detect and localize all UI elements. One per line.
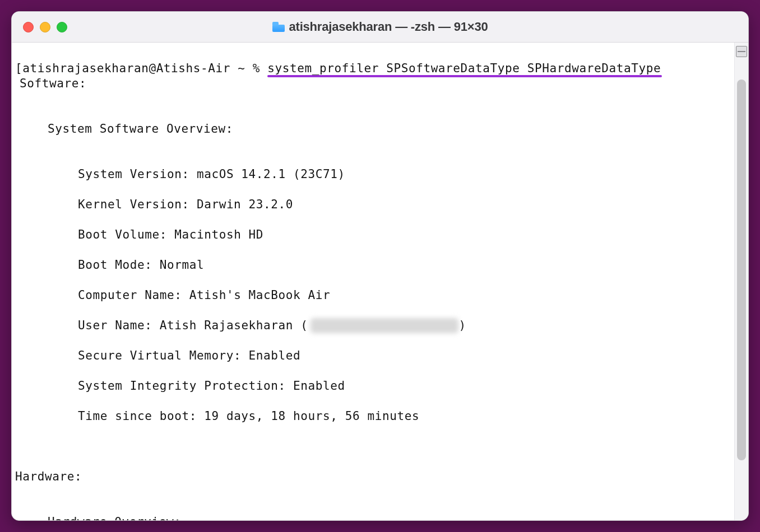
minimize-icon[interactable] [40,22,50,32]
terminal-output[interactable]: [atishrajasekharan@Atishs-Air ~ % system… [12,43,734,520]
window-controls [23,22,67,32]
terminal-window: atishrajasekharan — -zsh — 91×30 [atishr… [11,11,749,521]
kv-boot-volume: Boot Volume: Macintosh HD [15,227,734,242]
prompt: atishrajasekharan@Atishs-Air ~ % [22,62,260,75]
prompt-bracket: [ [15,62,22,75]
titlebar: atishrajasekharan — -zsh — 91×30 [12,12,748,43]
kv-uptime: Time since boot: 19 days, 18 hours, 56 m… [15,409,734,424]
split-pane-icon[interactable] [736,46,747,57]
command: system_profiler SPSoftwareDataType SPHar… [267,62,661,75]
scrollbar-track[interactable] [735,59,748,520]
kv-computer-name: Computer Name: Atish's MacBook Air [15,288,734,303]
kv-kernel-version: Kernel Version: Darwin 23.2.0 [15,197,734,212]
window-title: atishrajasekharan — -zsh — 91×30 [12,20,748,34]
terminal-body: [atishrajasekharan@Atishs-Air ~ % system… [12,43,748,520]
redacted-username: xxxxxxxxxxxxxxxxxxxx [311,318,459,333]
hardware-overview-heading: Hardware Overview: [15,515,181,520]
scrollbar-thumb[interactable] [737,80,746,460]
section-hardware: Hardware: [15,470,82,483]
close-icon[interactable] [23,22,34,32]
software-overview-heading: System Software Overview: [15,122,233,136]
kv-boot-mode: Boot Mode: Normal [15,258,734,273]
kv-sip: System Integrity Protection: Enabled [15,379,734,394]
kv-user-name: User Name: Atish Rajasekharan (xxxxxxxxx… [15,318,734,333]
kv-system-version: System Version: macOS 14.2.1 (23C71) [15,167,734,182]
section-software: Software: [15,77,86,90]
window-title-text: atishrajasekharan — -zsh — 91×30 [289,20,488,34]
folder-icon [272,22,285,32]
zoom-icon[interactable] [57,22,67,32]
kv-secure-vm: Secure Virtual Memory: Enabled [15,348,734,363]
scrollbar-gutter [734,43,748,520]
